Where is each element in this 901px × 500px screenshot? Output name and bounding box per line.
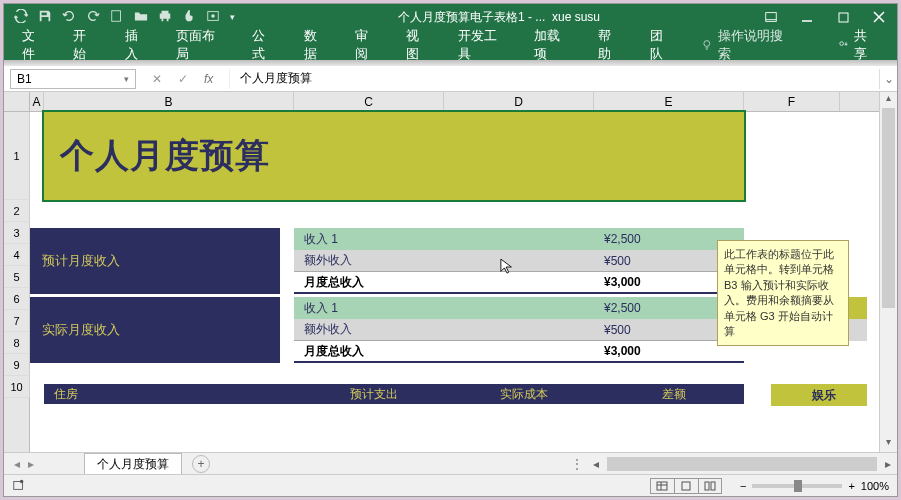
tab-file[interactable]: 文件 [22, 27, 47, 63]
fx-icon[interactable]: fx [204, 72, 213, 86]
tab-addins[interactable]: 加载项 [534, 27, 572, 63]
share-icon [838, 39, 850, 51]
sheet-tab-row: ◂ ▸ 个人月度预算 + ⋮ ◂ ▸ [4, 452, 897, 474]
next-sheet-icon[interactable]: ▸ [28, 457, 34, 471]
svg-point-8 [20, 479, 24, 483]
touch-icon[interactable] [182, 9, 196, 26]
horizontal-scrollbar[interactable]: ⋮ ◂ ▸ [567, 457, 897, 471]
open-icon[interactable] [134, 9, 148, 26]
redo-icon[interactable] [86, 9, 100, 26]
tab-formulas[interactable]: 公式 [252, 27, 277, 63]
tab-insert[interactable]: 插入 [125, 27, 150, 63]
chevron-down-icon[interactable]: ▾ [230, 12, 235, 22]
cursor-icon [500, 257, 514, 277]
tab-home[interactable]: 开始 [73, 27, 98, 63]
tab-team[interactable]: 团队 [650, 27, 675, 63]
page-layout-icon[interactable] [674, 478, 698, 494]
column-headers[interactable]: A B C D E F [30, 92, 879, 112]
entertainment-tag[interactable]: 娱乐 [771, 384, 867, 406]
page-break-icon[interactable] [698, 478, 722, 494]
zoom-slider[interactable] [752, 484, 842, 488]
normal-view-icon[interactable] [650, 478, 674, 494]
zoom-control[interactable]: − + 100% [740, 480, 889, 492]
zoom-in-icon[interactable]: + [848, 480, 854, 492]
undo-icon[interactable] [62, 9, 76, 26]
zoom-out-icon[interactable]: − [740, 480, 746, 492]
autosave-icon[interactable] [14, 9, 28, 26]
save-icon[interactable] [38, 9, 52, 26]
add-sheet-button[interactable]: + [192, 455, 210, 473]
tab-view[interactable]: 视图 [406, 27, 431, 63]
tab-review[interactable]: 审阅 [355, 27, 380, 63]
page-title: 个人月度预算 [60, 133, 270, 179]
window-title: 个人月度预算电子表格1 - ... xue susu [245, 9, 753, 26]
preview-icon[interactable] [206, 9, 220, 26]
new-icon[interactable] [110, 9, 124, 26]
vertical-scrollbar[interactable]: ▴ ▾ [879, 92, 897, 452]
share-button[interactable]: 共享 [838, 27, 879, 63]
quick-access-toolbar: ▾ [4, 9, 245, 26]
spreadsheet-cells[interactable]: 个人月度预算 预计月度收入 收入 1¥2,500 额外收入¥500 月度总收入¥… [30, 112, 879, 452]
formula-input[interactable]: 个人月度预算 [229, 69, 879, 89]
sheet-tab[interactable]: 个人月度预算 [84, 453, 182, 475]
prev-sheet-icon[interactable]: ◂ [14, 457, 20, 471]
tab-layout[interactable]: 页面布局 [176, 27, 227, 63]
chevron-down-icon[interactable]: ▾ [124, 74, 129, 84]
svg-rect-9 [657, 482, 667, 490]
category-header-row[interactable]: 住房 预计支出 实际成本 差额 [44, 384, 744, 404]
name-box[interactable]: B1 ▾ [10, 69, 136, 89]
svg-rect-4 [839, 13, 848, 22]
actual-income-label[interactable]: 实际月度收入 [30, 297, 280, 363]
svg-rect-10 [682, 482, 690, 490]
cancel-icon[interactable]: ✕ [152, 72, 162, 86]
zoom-level[interactable]: 100% [861, 480, 889, 492]
tab-dev[interactable]: 开发工具 [458, 27, 509, 63]
expand-formula-icon[interactable]: ⌄ [879, 69, 897, 89]
projected-income-label[interactable]: 预计月度收入 [30, 228, 280, 294]
minimize-icon[interactable] [789, 4, 825, 30]
tab-data[interactable]: 数据 [304, 27, 329, 63]
svg-rect-11 [705, 482, 709, 490]
enter-icon[interactable]: ✓ [178, 72, 188, 86]
tab-help[interactable]: 帮助 [598, 27, 623, 63]
cell-tooltip: 此工作表的标题位于此单元格中。转到单元格 B3 输入预计和实际收入。费用和余额摘… [717, 240, 849, 346]
status-bar: − + 100% [4, 474, 897, 496]
view-buttons [650, 478, 722, 494]
bulb-icon [701, 39, 713, 51]
title-banner[interactable]: 个人月度预算 [44, 112, 744, 200]
svg-point-6 [840, 42, 844, 46]
svg-point-5 [704, 41, 710, 47]
select-all-cell[interactable] [4, 92, 30, 112]
svg-rect-0 [112, 10, 121, 21]
svg-rect-12 [711, 482, 715, 490]
record-macro-icon[interactable] [12, 478, 26, 494]
ribbon: 文件 开始 插入 页面布局 公式 数据 审阅 视图 开发工具 加载项 帮助 团队… [4, 30, 897, 60]
print-icon[interactable] [158, 9, 172, 26]
tell-me[interactable]: 操作说明搜索 [701, 27, 794, 63]
formula-bar: B1 ▾ ✕ ✓ fx 个人月度预算 ⌄ [4, 66, 897, 92]
svg-point-2 [211, 14, 215, 18]
row-headers[interactable]: 1 2 3 4 5 6 7 8 9 10 [4, 112, 30, 452]
